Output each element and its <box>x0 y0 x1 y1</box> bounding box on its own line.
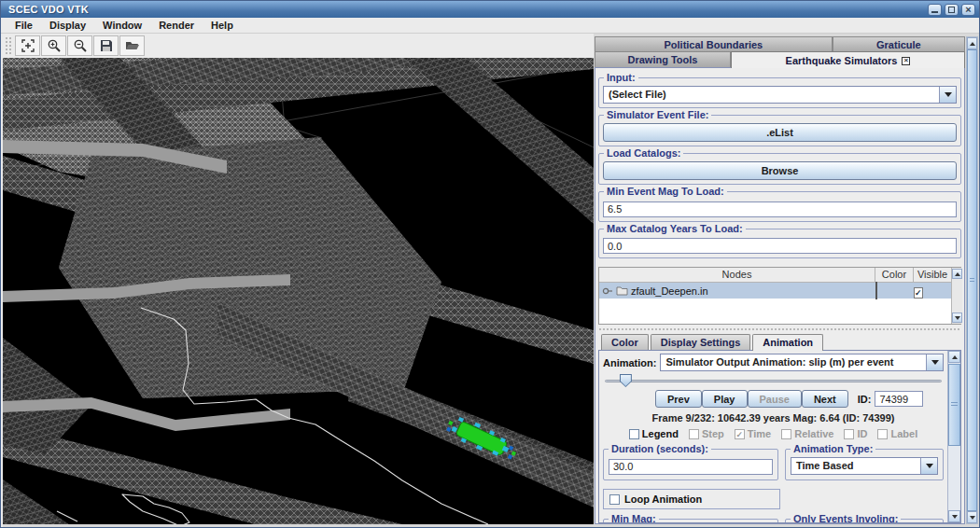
animation-type-group: Animation Type: Time Based <box>785 449 944 480</box>
color-column-header[interactable]: Color <box>875 268 914 282</box>
reset-view-button[interactable] <box>15 35 40 56</box>
load-catalogs-group-label: Load Catalogs: <box>604 147 683 159</box>
input-group: Input: (Select File) <box>598 77 961 108</box>
app-window: SCEC VDO VTK File Display Window Render … <box>0 0 980 528</box>
event-file-group-label: Simulator Event File: <box>604 109 711 120</box>
node-color-swatch[interactable] <box>875 282 877 299</box>
open-folder-button[interactable] <box>119 35 145 56</box>
max-catalog-years-field[interactable] <box>603 238 957 254</box>
maximize-icon <box>948 7 955 13</box>
min-mag-label: Min Mag: <box>609 513 659 522</box>
table-row[interactable]: zfault_Deepen.in ✓ <box>599 283 951 299</box>
maximize-button[interactable] <box>945 4 959 16</box>
animation-select-dropdown-button[interactable] <box>926 354 943 370</box>
save-icon <box>99 38 114 53</box>
tab-earthquake-simulators-label: Earthquake Simulators <box>786 55 898 66</box>
menu-bar: File Display Window Render Help <box>1 18 979 34</box>
window-title: SCEC VDO VTK <box>8 4 925 15</box>
tree-expand-icon[interactable] <box>602 286 613 296</box>
elist-button[interactable]: .eList <box>603 123 957 142</box>
label-checkbox[interactable]: Label <box>877 428 917 439</box>
node-visible-checkbox[interactable]: ✓ <box>914 287 923 299</box>
animation-select[interactable]: Simulator Output Animation: slip (m) per… <box>660 354 944 371</box>
tab-color[interactable]: Color <box>601 334 649 350</box>
slider-track[interactable] <box>605 380 942 382</box>
animation-panel: Animation: Simulator Output Animation: s… <box>598 350 961 523</box>
duration-field[interactable] <box>609 459 773 475</box>
animation-type-dropdown-button[interactable] <box>920 458 937 474</box>
panel-splitter[interactable] <box>598 327 961 332</box>
menu-file[interactable]: File <box>7 19 41 32</box>
nodes-table-scrollbar[interactable] <box>951 268 962 324</box>
nodes-column-header[interactable]: Nodes <box>599 268 875 282</box>
tab-drawing-tools[interactable]: Drawing Tools <box>595 51 731 67</box>
toolbar-grip[interactable] <box>5 36 12 55</box>
loop-animation-checkbox[interactable] <box>609 494 620 505</box>
min-mag-group: Min Mag: <box>603 519 778 522</box>
animation-type-value: Time Based <box>791 458 920 474</box>
open-folder-icon <box>125 38 140 53</box>
only-events-label: Only Events Involing: <box>791 513 901 522</box>
plugin-tabs: Political Boundaries Graticule Drawing T… <box>595 36 965 67</box>
menu-window[interactable]: Window <box>94 19 150 32</box>
animation-slider-thumb[interactable] <box>620 374 632 387</box>
input-file-dropdown-button[interactable] <box>939 87 956 103</box>
nodes-table: Nodes Color Visible zfault_Deepen.in <box>598 267 961 325</box>
animation-type-label: Animation Type: <box>791 443 875 454</box>
tab-animation[interactable]: Animation <box>752 334 823 351</box>
id-checkbox[interactable]: ID <box>844 428 867 439</box>
frame-status-text: Frame 9/232: 10642.39 years Mag: 6.64 (I… <box>603 412 944 424</box>
animation-slider[interactable] <box>605 374 942 388</box>
view-tabs: Color Display Settings Animation <box>598 334 961 350</box>
reset-view-icon <box>21 38 35 53</box>
viewport-3d[interactable] <box>3 58 594 524</box>
minimize-button[interactable] <box>928 4 942 16</box>
scroll-up-icon[interactable] <box>952 269 962 279</box>
input-file-value: (Select File) <box>604 87 939 103</box>
next-button[interactable]: Next <box>802 390 848 408</box>
step-checkbox[interactable]: Step <box>689 428 724 439</box>
folder-icon <box>616 285 628 296</box>
menu-display[interactable]: Display <box>41 19 94 32</box>
scroll-down-icon[interactable] <box>967 511 977 523</box>
duration-label: Duration (seconds): <box>609 443 711 454</box>
event-file-group: Simulator Event File: .eList <box>598 115 961 146</box>
tab-graticule[interactable]: Graticule <box>833 36 965 51</box>
scroll-down-icon[interactable] <box>952 313 962 323</box>
relative-checkbox[interactable]: Relative <box>781 428 833 439</box>
min-event-mag-field[interactable] <box>603 201 957 217</box>
side-panel: Political Boundaries Graticule Drawing T… <box>594 34 979 527</box>
tab-close-icon[interactable] <box>902 57 910 65</box>
animation-panel-scrollbar[interactable] <box>947 351 960 522</box>
time-checkbox[interactable]: ✓Time <box>735 428 771 439</box>
play-button[interactable]: Play <box>702 390 748 408</box>
animation-type-select[interactable]: Time Based <box>791 457 938 475</box>
earthquake-simulators-panel: Input: (Select File) Simulator Event Fil… <box>595 67 965 524</box>
animation-select-value: Simulator Output Animation: slip (m) per… <box>661 354 926 370</box>
title-bar[interactable]: SCEC VDO VTK <box>1 1 979 18</box>
menu-render[interactable]: Render <box>150 19 203 32</box>
visible-column-header[interactable]: Visible <box>914 268 951 282</box>
close-button[interactable] <box>961 4 975 16</box>
min-event-mag-group: Min Event Mag To Load: <box>598 191 961 222</box>
scroll-up-icon[interactable] <box>948 351 960 363</box>
window-frame-bottom <box>3 524 594 527</box>
tab-earthquake-simulators[interactable]: Earthquake Simulators <box>731 51 965 68</box>
duration-group: Duration (seconds): <box>603 449 778 480</box>
chevron-down-icon <box>926 464 933 468</box>
browse-button[interactable]: Browse <box>603 161 957 180</box>
id-field[interactable] <box>875 391 923 407</box>
scroll-down-icon[interactable] <box>948 510 960 522</box>
save-button[interactable] <box>93 35 119 56</box>
panel-scrollbar[interactable] <box>966 36 978 524</box>
tab-political-boundaries[interactable]: Political Boundaries <box>595 36 833 51</box>
input-file-select[interactable]: (Select File) <box>603 86 957 104</box>
menu-help[interactable]: Help <box>203 19 242 32</box>
legend-checkbox[interactable]: Legend <box>629 428 679 439</box>
scroll-up-icon[interactable] <box>967 37 977 49</box>
zoom-in-button[interactable] <box>41 35 66 56</box>
zoom-out-button[interactable] <box>67 35 92 56</box>
prev-button[interactable]: Prev <box>655 390 702 408</box>
tab-display-settings[interactable]: Display Settings <box>651 334 751 350</box>
pause-button[interactable]: Pause <box>748 390 802 408</box>
